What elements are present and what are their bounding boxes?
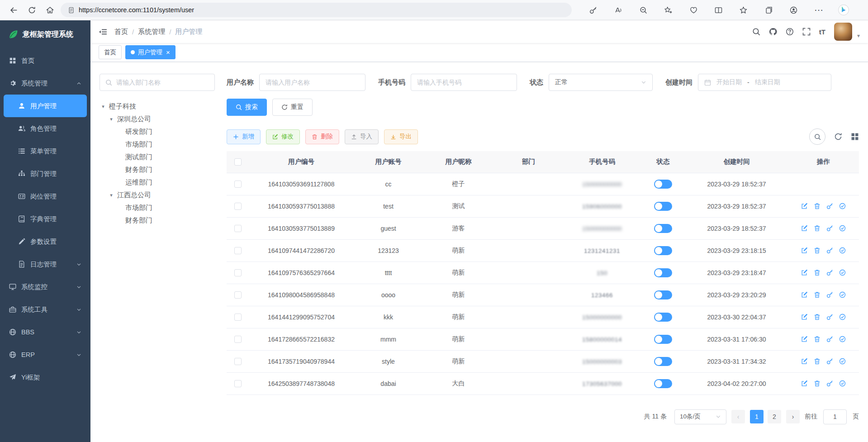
page-button-2[interactable]: 2 bbox=[768, 410, 781, 423]
sidebar-item-monitor[interactable]: 系统监控 bbox=[4, 276, 87, 298]
row-checkbox[interactable] bbox=[234, 269, 242, 276]
edit-icon[interactable] bbox=[801, 247, 808, 254]
delete-button[interactable]: 删除 bbox=[305, 129, 339, 144]
status-toggle[interactable] bbox=[654, 313, 672, 322]
sidebar-item-role[interactable]: 角色管理 bbox=[4, 117, 87, 140]
tree-node[interactable]: ▾橙子科技 bbox=[100, 100, 215, 113]
status-toggle[interactable] bbox=[654, 246, 672, 255]
breadcrumb-item[interactable]: 系统管理 bbox=[138, 28, 165, 36]
reset-password-icon[interactable] bbox=[826, 314, 833, 320]
tree-node[interactable]: 财务部门 bbox=[100, 214, 215, 227]
date-range-picker[interactable]: 开始日期 - 结束日期 bbox=[698, 74, 831, 91]
collapse-sidebar-icon[interactable] bbox=[99, 28, 107, 36]
next-page-button[interactable]: › bbox=[786, 410, 800, 423]
status-toggle[interactable] bbox=[654, 290, 672, 299]
zoom-icon[interactable] bbox=[636, 3, 650, 17]
sidebar-item-erp[interactable]: ERP bbox=[4, 343, 87, 366]
close-icon[interactable]: × bbox=[166, 49, 170, 56]
edit-icon[interactable] bbox=[801, 269, 808, 276]
assign-role-icon[interactable] bbox=[839, 247, 846, 254]
assign-role-icon[interactable] bbox=[839, 291, 846, 298]
assign-role-icon[interactable] bbox=[839, 380, 846, 387]
assign-role-icon[interactable] bbox=[839, 358, 846, 365]
edit-icon[interactable] bbox=[801, 314, 808, 320]
assign-role-icon[interactable] bbox=[839, 314, 846, 320]
prev-page-button[interactable]: ‹ bbox=[731, 410, 745, 423]
status-toggle[interactable] bbox=[654, 335, 672, 344]
edit-icon[interactable] bbox=[801, 291, 808, 298]
row-checkbox[interactable] bbox=[234, 314, 242, 321]
assign-role-icon[interactable] bbox=[839, 269, 846, 276]
status-toggle[interactable] bbox=[654, 202, 672, 211]
assign-role-icon[interactable] bbox=[839, 225, 846, 232]
bing-icon[interactable] bbox=[836, 3, 851, 17]
tag-home[interactable]: 首页 bbox=[99, 45, 122, 59]
phone-input[interactable] bbox=[411, 74, 517, 91]
goto-page-input[interactable] bbox=[823, 409, 847, 424]
edit-icon[interactable] bbox=[801, 380, 808, 387]
font-size-icon[interactable]: tT bbox=[819, 28, 825, 36]
page-size-select[interactable]: 10条/页 bbox=[674, 409, 726, 424]
edit-button[interactable]: 修改 bbox=[266, 129, 300, 144]
github-icon[interactable] bbox=[769, 28, 777, 36]
sidebar-item-home[interactable]: 首页 bbox=[4, 49, 87, 72]
browser-profile-button[interactable] bbox=[787, 3, 801, 17]
sidebar-item-param[interactable]: 参数设置 bbox=[4, 230, 87, 253]
status-toggle[interactable] bbox=[654, 268, 672, 277]
refresh-table-button[interactable] bbox=[834, 133, 842, 141]
tree-node[interactable]: 财务部门 bbox=[100, 163, 215, 176]
caret-down-icon[interactable]: ▾ bbox=[108, 192, 115, 198]
help-icon[interactable] bbox=[786, 28, 794, 36]
dept-search-input[interactable] bbox=[116, 79, 209, 86]
row-checkbox[interactable] bbox=[234, 181, 242, 188]
export-button[interactable]: 导出 bbox=[384, 129, 418, 144]
browser-more-icon[interactable]: … bbox=[811, 3, 826, 17]
breadcrumb-item[interactable]: 首页 bbox=[114, 28, 128, 36]
reset-password-icon[interactable] bbox=[826, 203, 833, 209]
row-checkbox[interactable] bbox=[234, 247, 242, 254]
tree-node[interactable]: 研发部门 bbox=[100, 125, 215, 138]
caret-down-icon[interactable]: ▾ bbox=[100, 104, 107, 109]
row-checkbox[interactable] bbox=[234, 203, 242, 210]
delete-icon[interactable] bbox=[814, 247, 821, 254]
address-bar[interactable]: https://ccnetcore.com:1101/system/user bbox=[61, 3, 572, 17]
toggle-search-button[interactable] bbox=[809, 128, 825, 145]
page-button-1[interactable]: 1 bbox=[750, 410, 764, 423]
edit-icon[interactable] bbox=[801, 358, 808, 365]
sidebar-item-bbs[interactable]: BBS bbox=[4, 321, 87, 343]
column-settings-button[interactable] bbox=[851, 133, 859, 141]
read-aloud-icon[interactable] bbox=[611, 3, 626, 17]
reset-password-icon[interactable] bbox=[826, 269, 833, 276]
sidebar-item-log[interactable]: 日志管理 bbox=[4, 253, 87, 276]
tree-node[interactable]: ▾深圳总公司 bbox=[100, 113, 215, 125]
status-toggle[interactable] bbox=[654, 224, 672, 233]
tree-node[interactable]: 市场部门 bbox=[100, 201, 215, 214]
delete-icon[interactable] bbox=[814, 203, 821, 209]
search-button[interactable]: 搜索 bbox=[227, 99, 267, 116]
row-checkbox[interactable] bbox=[234, 358, 242, 365]
browser-home-icon[interactable] bbox=[43, 3, 57, 17]
username-input[interactable] bbox=[259, 74, 365, 91]
row-checkbox[interactable] bbox=[234, 380, 242, 387]
sidebar-item-dict[interactable]: 字典管理 bbox=[4, 208, 87, 230]
delete-icon[interactable] bbox=[814, 291, 821, 298]
row-checkbox[interactable] bbox=[234, 291, 242, 299]
split-screen-icon[interactable] bbox=[711, 3, 726, 17]
sidebar-item-user[interactable]: 用户管理 bbox=[4, 95, 87, 117]
sidebar-item-system[interactable]: 系统管理 bbox=[4, 72, 87, 95]
import-button[interactable]: 导入 bbox=[345, 129, 379, 144]
browser-essentials-icon[interactable] bbox=[686, 3, 701, 17]
delete-icon[interactable] bbox=[814, 269, 821, 276]
tree-node[interactable]: 测试部门 bbox=[100, 151, 215, 163]
status-select[interactable]: 正常 bbox=[549, 74, 653, 91]
reset-password-icon[interactable] bbox=[826, 358, 833, 365]
edit-icon[interactable] bbox=[801, 336, 808, 342]
assign-role-icon[interactable] bbox=[839, 336, 846, 342]
delete-icon[interactable] bbox=[814, 380, 821, 387]
favorites-icon[interactable] bbox=[736, 3, 751, 17]
delete-icon[interactable] bbox=[814, 225, 821, 232]
collections-icon[interactable] bbox=[761, 3, 776, 17]
status-toggle[interactable] bbox=[654, 180, 672, 189]
header-search-icon[interactable] bbox=[752, 28, 760, 36]
sidebar-item-tool[interactable]: 系统工具 bbox=[4, 298, 87, 321]
